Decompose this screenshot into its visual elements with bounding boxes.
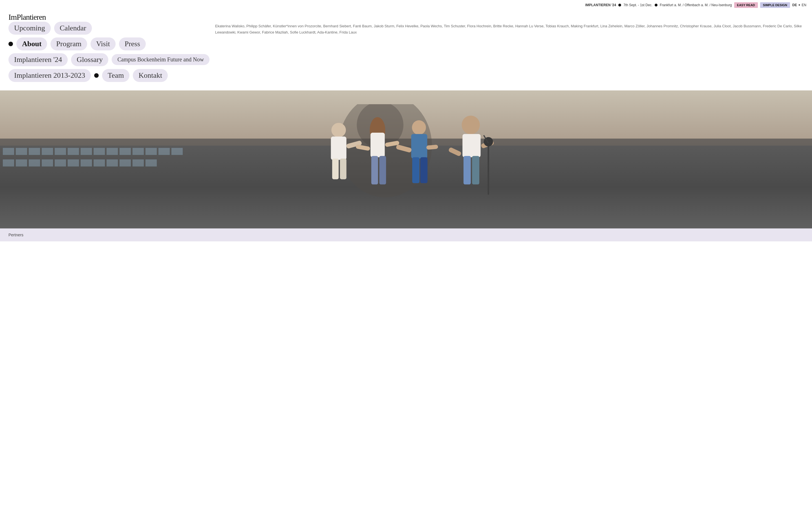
svg-rect-26: [488, 143, 489, 195]
nav-program[interactable]: Program: [50, 38, 87, 50]
site-header: ImPlantieren: [0, 10, 812, 22]
svg-rect-15: [411, 134, 427, 158]
svg-rect-4: [332, 159, 339, 179]
easy-read-button[interactable]: EASY READ: [734, 2, 758, 8]
svg-point-20: [462, 115, 480, 134]
nav-row-3: Implantieren '24 Glossary Campus Bockenh…: [8, 53, 209, 66]
nav-kontakt[interactable]: Kontakt: [133, 69, 168, 82]
lang-de[interactable]: DE: [792, 3, 797, 7]
site-logo[interactable]: ImPlantieren: [8, 13, 46, 22]
artists-panel: Ekaterina Walisko, Philipp Schäfer, Küns…: [215, 22, 804, 85]
top-bar: IMPLANTIEREN '24 7th Sept. - 1st Dec. Fr…: [0, 0, 812, 10]
lang-en[interactable]: EN: [802, 3, 806, 7]
simple-design-button[interactable]: SIMPLE DESIGN: [760, 2, 790, 8]
nav-dot-team: [94, 73, 99, 78]
hero-people-svg: [101, 104, 711, 228]
date-range: 7th Sept. - 1st Dec.: [623, 3, 652, 7]
partners-label: Pertners: [8, 233, 23, 237]
content-wrapper: Upcoming Calendar About Program Visit Pr…: [0, 22, 812, 85]
dot-divider-2: [655, 4, 658, 6]
svg-rect-23: [472, 156, 479, 184]
nav-calendar[interactable]: Calendar: [54, 22, 92, 35]
svg-rect-11: [379, 156, 386, 184]
event-name: IMPLANTIEREN '24: [585, 3, 616, 7]
artists-list: Ekaterina Walisko, Philipp Schäfer, Küns…: [215, 23, 804, 36]
nav-glossary[interactable]: Glossary: [71, 53, 108, 66]
lang-switcher: DE ✦ EN: [792, 3, 806, 7]
nav-about[interactable]: About: [16, 38, 47, 50]
svg-rect-16: [412, 157, 419, 183]
hero-background: [0, 91, 812, 228]
nav-press[interactable]: Press: [119, 38, 146, 50]
nav-dot-about: [8, 42, 13, 46]
svg-rect-9: [370, 133, 385, 157]
nav-implantieren24[interactable]: Implantieren '24: [8, 53, 68, 66]
two-col-layout: Upcoming Calendar About Program Visit Pr…: [8, 22, 804, 85]
hero-image: [0, 91, 812, 228]
nav-history[interactable]: Implantieren 2013-2023: [8, 69, 91, 82]
nav-campus[interactable]: Campus Bockenheim Future and Now: [112, 54, 209, 65]
nav-row-1: Upcoming Calendar: [8, 22, 209, 35]
svg-rect-3: [331, 136, 347, 160]
svg-point-14: [412, 120, 426, 135]
svg-rect-22: [463, 156, 471, 184]
svg-rect-25: [448, 147, 462, 156]
nav-row-2: About Program Visit Press: [8, 38, 209, 50]
svg-rect-21: [462, 134, 480, 157]
svg-rect-5: [340, 159, 347, 179]
nav-team[interactable]: Team: [102, 69, 130, 82]
left-nav: Upcoming Calendar About Program Visit Pr…: [8, 22, 209, 85]
svg-rect-10: [371, 156, 378, 184]
location: Frankfurt a. M. / Offenbach a. M. / Neu-…: [660, 3, 732, 7]
dot-divider-1: [618, 4, 621, 6]
nav-visit[interactable]: Visit: [91, 38, 116, 50]
svg-point-2: [331, 123, 346, 137]
nav-row-4: Implantieren 2013-2023 Team Kontakt: [8, 69, 209, 82]
nav-upcoming[interactable]: Upcoming: [8, 22, 51, 35]
svg-rect-17: [420, 157, 428, 183]
footer: Pertners: [0, 228, 812, 241]
